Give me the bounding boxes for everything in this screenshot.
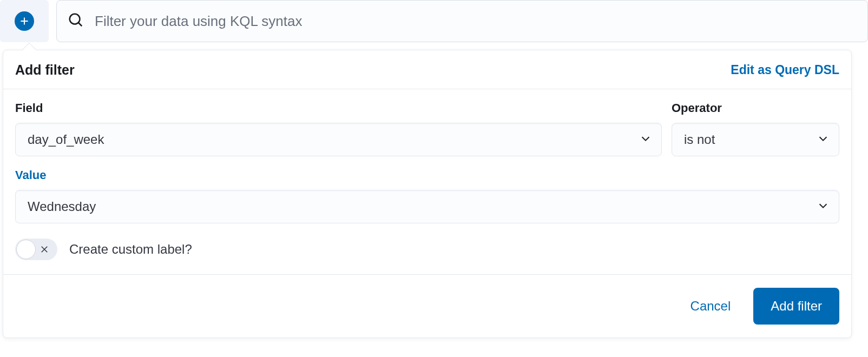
plus-circle-icon (15, 11, 34, 31)
value-select-value: Wednesday (28, 199, 96, 214)
cancel-button[interactable]: Cancel (691, 299, 731, 314)
popover-title: Add filter (15, 62, 75, 78)
operator-label: Operator (672, 101, 839, 115)
field-select-value: day_of_week (28, 132, 104, 147)
popover-footer: Cancel Add filter (3, 275, 851, 338)
chevron-down-icon (817, 200, 829, 214)
edit-as-query-dsl-link[interactable]: Edit as Query DSL (731, 63, 839, 77)
operator-select-value: is not (684, 132, 715, 147)
popover-body: Field day_of_week Operator is not (3, 89, 851, 275)
custom-label-toggle-label: Create custom label? (69, 242, 192, 257)
operator-select[interactable]: is not (672, 123, 839, 156)
add-filter-button[interactable] (0, 0, 49, 42)
search-icon (68, 12, 84, 30)
svg-line-1 (78, 23, 82, 26)
value-select[interactable]: Wednesday (15, 190, 839, 223)
search-placeholder: Filter your data using KQL syntax (95, 13, 302, 30)
field-form-group: Field day_of_week (15, 101, 662, 156)
custom-label-toggle[interactable] (15, 239, 57, 260)
svg-point-0 (70, 14, 80, 24)
kql-search-input[interactable]: Filter your data using KQL syntax (56, 0, 868, 42)
switch-thumb (16, 240, 36, 259)
field-select[interactable]: day_of_week (15, 123, 662, 156)
field-operator-row: Field day_of_week Operator is not (15, 101, 839, 156)
value-form-group: Value Wednesday (15, 168, 839, 223)
field-label: Field (15, 101, 662, 115)
popover-header: Add filter Edit as Query DSL (3, 50, 851, 89)
chevron-down-icon (817, 133, 829, 147)
value-label: Value (15, 168, 839, 182)
top-bar: Filter your data using KQL syntax (0, 0, 868, 42)
close-icon (40, 244, 49, 254)
chevron-down-icon (640, 133, 652, 147)
operator-form-group: Operator is not (672, 101, 839, 156)
add-filter-submit-button[interactable]: Add filter (753, 288, 839, 325)
custom-label-row: Create custom label? (15, 239, 839, 260)
add-filter-popover: Add filter Edit as Query DSL Field day_o… (3, 50, 852, 338)
